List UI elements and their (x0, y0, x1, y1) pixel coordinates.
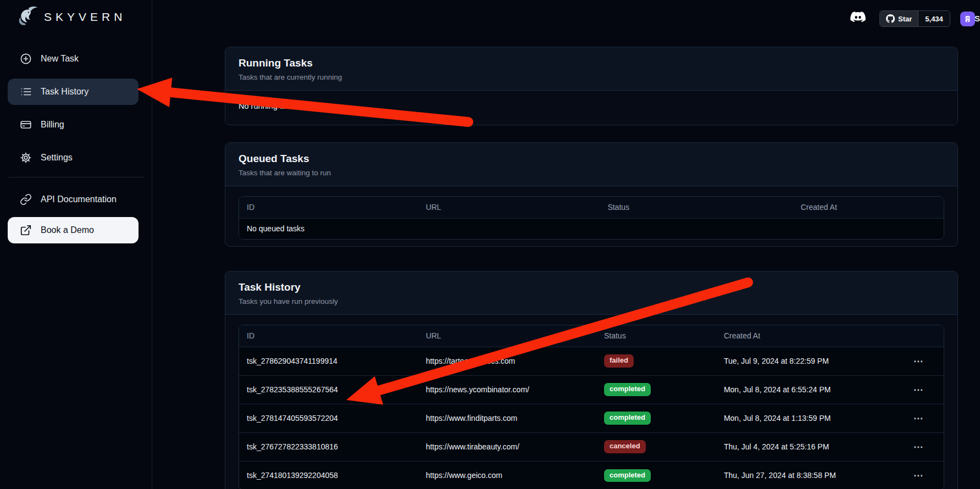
queued-tasks-table: IDURLStatusCreated At No queued tasks (239, 196, 944, 240)
card-subtitle: Tasks that are currently running (239, 73, 944, 81)
sidebar-item-label: Settings (41, 153, 73, 163)
organization-avatar[interactable] (960, 12, 975, 26)
running-tasks-card: Running Tasks Tasks that are currently r… (225, 47, 958, 125)
task-created-at-cell: Thu, Jul 4, 2024 at 5:25:16 PM (716, 432, 901, 461)
dragon-logo-icon (14, 4, 40, 30)
card-subtitle: Tasks you have run previously (239, 297, 944, 305)
row-actions-button[interactable]: ⋯ (909, 469, 928, 482)
sidebar-item-book-a-demo[interactable]: Book a Demo (8, 217, 139, 243)
sidebar-item-api-documentation[interactable]: API Documentation (8, 186, 139, 213)
queued-tasks-header: Queued Tasks Tasks that are waiting to r… (225, 143, 957, 186)
task-history-body: IDURLStatusCreated At tsk_27862904374119… (225, 315, 957, 489)
status-badge: failed (604, 354, 634, 367)
card-subtitle: Tasks that are waiting to run (239, 169, 944, 177)
running-tasks-header: Running Tasks Tasks that are currently r… (225, 47, 957, 91)
row-actions-button[interactable]: ⋯ (909, 383, 928, 397)
status-badge: canceled (604, 440, 646, 453)
sidebar-divider (9, 177, 144, 177)
column-header: URL (418, 197, 600, 218)
sidebar-item-task-history[interactable]: Task History (8, 79, 139, 105)
main-content: Running Tasks Tasks that are currently r… (225, 47, 958, 489)
sidebar-item-label: API Documentation (41, 195, 117, 204)
column-header: Status (596, 325, 716, 347)
task-row[interactable]: tsk_278147405593572204https://www.findit… (239, 404, 944, 432)
brand-logo[interactable]: SKYVERN (14, 4, 126, 30)
row-actions-button[interactable]: ⋯ (909, 412, 928, 425)
task-row[interactable]: tsk_274180139292204058https://www.geico.… (239, 461, 944, 489)
card-title: Running Tasks (239, 57, 944, 69)
github-star-label: Star (898, 15, 912, 23)
credit-card-icon (20, 119, 32, 131)
column-header-actions (901, 325, 944, 347)
sidebar: SKYVERN New Task Task History Billing (0, 0, 152, 489)
github-star-button[interactable]: Star 5,434 (879, 10, 950, 27)
task-status-cell: canceled (596, 432, 716, 461)
link-icon (20, 193, 32, 205)
card-title: Task History (239, 281, 944, 293)
sidebar-nav-primary: New Task Task History Billing Settings (8, 46, 139, 177)
task-history-header: Task History Tasks you have run previous… (225, 271, 957, 315)
github-star-count[interactable]: 5,434 (918, 11, 950, 26)
app-root: { "brand": { "name": "SKYVERN" }, "topba… (0, 0, 980, 489)
column-header: ID (239, 325, 418, 347)
github-star-segment[interactable]: Star (880, 11, 918, 26)
task-actions-cell: ⋯ (901, 461, 944, 489)
list-icon (20, 86, 32, 98)
status-badge: completed (604, 383, 651, 396)
column-header: Created At (793, 197, 944, 218)
gear-icon (20, 152, 32, 164)
discord-icon[interactable] (847, 8, 869, 27)
sidebar-item-label: Book a Demo (41, 225, 94, 235)
task-history-table: IDURLStatusCreated At tsk_27862904374119… (239, 325, 944, 489)
task-created-at-cell: Tue, Jul 9, 2024 at 8:22:59 PM (716, 347, 901, 375)
queued-tasks-card: Queued Tasks Tasks that are waiting to r… (225, 142, 958, 247)
sidebar-item-label: New Task (41, 54, 79, 64)
task-status-cell: completed (596, 461, 716, 489)
column-header: ID (239, 197, 418, 218)
user-label: Sk (975, 14, 980, 23)
task-status-cell: failed (596, 347, 716, 375)
sidebar-item-billing[interactable]: Billing (8, 112, 139, 138)
queued-tasks-empty-text: No queued tasks (239, 218, 944, 239)
task-url-cell: https://www.geico.com (418, 461, 596, 489)
status-badge: completed (604, 469, 651, 482)
sidebar-item-new-task[interactable]: New Task (8, 46, 139, 72)
task-history-tbody: tsk_278629043741199914https://tartecosme… (239, 347, 944, 489)
task-created-at-cell: Thu, Jun 27, 2024 at 8:38:58 PM (716, 461, 901, 489)
task-row[interactable]: tsk_278235388555267564https://news.ycomb… (239, 375, 944, 404)
status-badge: completed (604, 412, 651, 424)
sidebar-item-label: Billing (41, 120, 64, 130)
task-url-cell: https://www.tirabeauty.com/ (418, 432, 596, 461)
running-tasks-empty-text: No running tasks (239, 102, 944, 110)
task-actions-cell: ⋯ (901, 404, 944, 432)
task-url-cell: https://tartecosmetics.com (418, 347, 596, 375)
task-row[interactable]: tsk_278629043741199914https://tartecosme… (239, 347, 944, 375)
external-link-icon (20, 224, 32, 236)
task-actions-cell: ⋯ (901, 347, 944, 375)
github-icon (886, 14, 895, 23)
task-actions-cell: ⋯ (901, 432, 944, 461)
task-history-card: Task History Tasks you have run previous… (225, 271, 958, 489)
task-id-cell: tsk_274180139292204058 (239, 461, 418, 489)
table-header-row: IDURLStatusCreated At (239, 197, 944, 218)
row-actions-button[interactable]: ⋯ (909, 440, 928, 454)
queued-tasks-body: IDURLStatusCreated At No queued tasks (225, 186, 957, 247)
column-header: URL (418, 325, 596, 347)
task-actions-cell: ⋯ (901, 375, 944, 404)
task-url-cell: https://news.ycombinator.com/ (418, 375, 596, 404)
sidebar-item-settings[interactable]: Settings (8, 145, 139, 171)
card-title: Queued Tasks (239, 153, 944, 165)
task-id-cell: tsk_278235388555267564 (239, 375, 418, 404)
column-header: Status (600, 197, 793, 218)
row-actions-button[interactable]: ⋯ (909, 354, 928, 368)
task-status-cell: completed (596, 404, 716, 432)
task-id-cell: tsk_276727822333810816 (239, 432, 418, 461)
column-header: Created At (716, 325, 901, 347)
sidebar-item-label: Task History (41, 87, 88, 97)
table-header-row: IDURLStatusCreated At (239, 325, 944, 347)
task-status-cell: completed (596, 375, 716, 404)
task-id-cell: tsk_278629043741199914 (239, 347, 418, 375)
sidebar-nav-secondary: API Documentation Book a Demo (8, 186, 139, 250)
plus-circle-icon (20, 53, 32, 65)
task-row[interactable]: tsk_276727822333810816https://www.tirabe… (239, 432, 944, 461)
